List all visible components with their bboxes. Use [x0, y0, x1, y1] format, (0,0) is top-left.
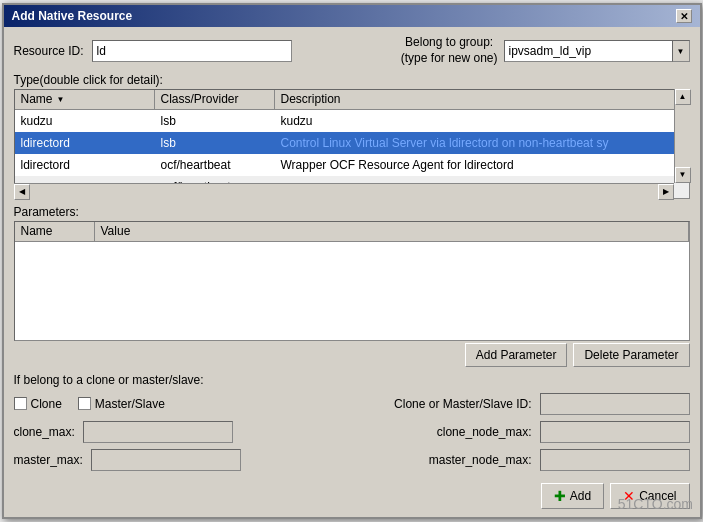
clone-id-row: Clone or Master/Slave ID:	[394, 393, 689, 415]
add-icon: ✚	[554, 488, 566, 504]
clone-section: If belong to a clone or master/slave: Cl…	[14, 373, 690, 471]
master-slave-checkbox-item: Master/Slave	[78, 397, 165, 411]
group-combo: ▼	[504, 40, 690, 62]
clone-id-input[interactable]	[540, 393, 690, 415]
scroll-down-btn[interactable]: ▼	[675, 167, 691, 183]
master-max-row: master_max:	[14, 449, 241, 471]
hscroll-track	[30, 184, 658, 199]
master-max-input[interactable]	[91, 449, 241, 471]
clone-row-1: Clone Master/Slave Clone or Master/Slave…	[14, 393, 690, 415]
dialog: Add Native Resource ✕ Resource ID: Belon…	[2, 3, 702, 518]
resource-id-label: Resource ID:	[14, 44, 84, 58]
belong-group-section: Belong to group: (type for new one) ▼	[401, 35, 690, 66]
clone-row-2: clone_max: clone_node_max:	[14, 421, 690, 443]
params-body	[15, 242, 689, 340]
clone-node-max-label: clone_node_max:	[437, 425, 532, 439]
param-buttons: Add Parameter Delete Parameter	[14, 343, 690, 367]
scroll-track	[675, 105, 690, 167]
master-node-max-input[interactable]	[540, 449, 690, 471]
clone-max-input[interactable]	[83, 421, 233, 443]
close-btn[interactable]: ✕	[676, 9, 692, 23]
hscrollbar[interactable]: ◀ ▶	[14, 183, 674, 199]
master-node-max-row: master_node_max:	[429, 449, 690, 471]
delete-parameter-button[interactable]: Delete Parameter	[573, 343, 689, 367]
pth-name: Name	[15, 222, 95, 241]
scroll-up-btn[interactable]: ▲	[675, 89, 691, 105]
params-header: Name Value	[15, 222, 689, 242]
hscroll-right-btn[interactable]: ▶	[658, 184, 674, 200]
sort-arrow: ▼	[57, 95, 65, 104]
master-max-label: master_max:	[14, 453, 83, 467]
group-dropdown-btn[interactable]: ▼	[672, 40, 690, 62]
clone-row-3: master_max: master_node_max:	[14, 449, 690, 471]
watermark: 51CTO.com	[618, 496, 693, 512]
master-slave-checkbox[interactable]	[78, 397, 91, 410]
params-table: Name Value	[14, 221, 690, 341]
dialog-title: Add Native Resource	[12, 9, 133, 23]
table-row[interactable]: ldirectord lsb Control Linux Virtual Ser…	[15, 132, 689, 154]
pth-value: Value	[95, 222, 689, 241]
type-table-header: Name ▼ Class/Provider Description	[15, 90, 689, 110]
type-section: Type(double click for detail): Name ▼ Cl…	[14, 73, 690, 199]
clone-checkbox-item: Clone	[14, 397, 62, 411]
clone-max-label: clone_max:	[14, 425, 75, 439]
clone-id-label: Clone or Master/Slave ID:	[394, 397, 531, 411]
dialog-body: Resource ID: Belong to group: (type for …	[4, 27, 700, 478]
master-node-max-label: master_node_max:	[429, 453, 532, 467]
th-name: Name ▼	[15, 90, 155, 109]
add-button[interactable]: ✚ Add	[541, 483, 604, 509]
type-table-wrapper: Name ▼ Class/Provider Description kudzu	[14, 89, 690, 199]
hscroll-left-btn[interactable]: ◀	[14, 184, 30, 200]
resource-id-input[interactable]	[92, 40, 292, 62]
type-label: Type(double click for detail):	[14, 73, 690, 87]
bottom-buttons: ✚ Add ✕ Cancel	[4, 479, 700, 517]
clone-node-max-row: clone_node_max:	[437, 421, 690, 443]
master-slave-label: Master/Slave	[95, 397, 165, 411]
group-input[interactable]	[504, 40, 672, 62]
clone-checkbox[interactable]	[14, 397, 27, 410]
params-section: Parameters: Name Value Add Parameter Del…	[14, 205, 690, 367]
title-bar: Add Native Resource ✕	[4, 5, 700, 27]
resource-id-row: Resource ID: Belong to group: (type for …	[14, 35, 690, 66]
params-label: Parameters:	[14, 205, 690, 219]
add-parameter-button[interactable]: Add Parameter	[465, 343, 568, 367]
clone-label: Clone	[31, 397, 62, 411]
clone-node-max-input[interactable]	[540, 421, 690, 443]
title-bar-buttons: ✕	[676, 9, 692, 23]
belong-group-label: Belong to group: (type for new one)	[401, 35, 498, 66]
th-desc: Description	[275, 90, 689, 109]
vscrollbar[interactable]: ▲ ▼	[674, 89, 690, 183]
table-row[interactable]: ldirectord ocf/heartbeat Wrapper OCF Res…	[15, 154, 689, 176]
clone-max-row: clone_max:	[14, 421, 233, 443]
table-row[interactable]: kudzu lsb kudzu	[15, 110, 689, 132]
th-class: Class/Provider	[155, 90, 275, 109]
clone-section-label: If belong to a clone or master/slave:	[14, 373, 690, 387]
